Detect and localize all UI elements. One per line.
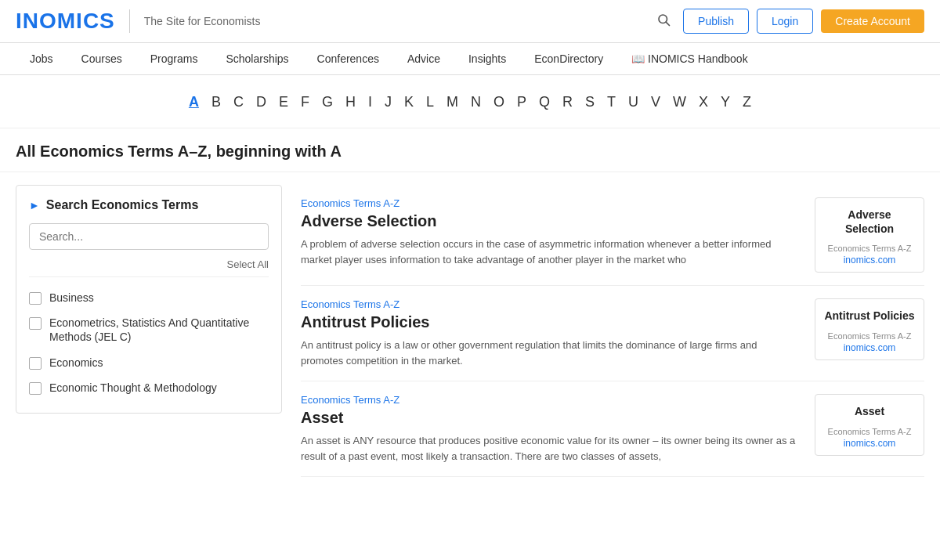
search-icon	[656, 13, 671, 27]
publish-button[interactable]: Publish	[683, 9, 749, 34]
logo[interactable]: INOMICS	[16, 9, 115, 34]
nav-item-insights[interactable]: Insights	[454, 43, 520, 74]
page-title: All Economics Terms A–Z, beginning with …	[16, 143, 924, 161]
alpha-letter-S[interactable]: S	[582, 92, 598, 112]
result-title[interactable]: Adverse Selection	[301, 212, 802, 230]
result-main: Economics Terms A-Z Adverse Selection A …	[301, 197, 802, 267]
alpha-letter-D[interactable]: D	[253, 92, 269, 112]
alpha-letter-N[interactable]: N	[468, 92, 484, 112]
svg-line-1	[666, 22, 669, 25]
filter-label: Business	[49, 291, 94, 305]
search-input[interactable]	[29, 223, 269, 250]
alpha-letter-T[interactable]: T	[604, 92, 619, 112]
alpha-letter-F[interactable]: F	[298, 92, 313, 112]
thumbnail-box: Antitrust Policies Economics Terms A-Z i…	[815, 298, 924, 359]
alpha-letter-E[interactable]: E	[276, 92, 291, 112]
result-thumbnail: Antitrust Policies Economics Terms A-Z i…	[815, 298, 924, 359]
alpha-letter-W[interactable]: W	[670, 92, 689, 112]
alphabet-letters: ABCDEFGHIJKLMNOPQRSTUVWXYZ	[186, 92, 754, 112]
result-category: Economics Terms A-Z	[301, 197, 802, 209]
thumbnail-source-label: Economics Terms A-Z	[823, 427, 916, 436]
select-all-row: Select All	[29, 258, 269, 270]
nav-item-conferences[interactable]: Conferences	[303, 43, 393, 74]
alpha-letter-U[interactable]: U	[625, 92, 642, 112]
thumbnail-title: Adverse Selection	[823, 208, 916, 236]
alphabet-section: ABCDEFGHIJKLMNOPQRSTUVWXYZ	[0, 75, 940, 128]
result-title[interactable]: Antitrust Policies	[301, 313, 802, 331]
result-card: Economics Terms A-Z Asset An asset is AN…	[301, 381, 924, 477]
thumbnail-box: Adverse Selection Economics Terms A-Z in…	[815, 197, 924, 273]
filter-item[interactable]: Economics	[29, 350, 269, 375]
alpha-letter-M[interactable]: M	[443, 92, 461, 112]
alpha-letter-X[interactable]: X	[696, 92, 711, 112]
alpha-letter-V[interactable]: V	[648, 92, 663, 112]
result-card: Economics Terms A-Z Antitrust Policies A…	[301, 286, 924, 381]
alpha-letter-B[interactable]: B	[208, 92, 224, 112]
alpha-letter-K[interactable]: K	[401, 92, 417, 112]
thumbnail-title: Asset	[823, 404, 916, 418]
filter-item[interactable]: Economic Thought & Methodology	[29, 375, 269, 400]
chevron-right-icon: ►	[29, 199, 40, 211]
nav-item-jobs[interactable]: Jobs	[16, 43, 67, 74]
sidebar: ► Search Economics Terms Select All Busi…	[16, 185, 282, 414]
thumbnail-source-link[interactable]: inomics.com	[823, 438, 916, 449]
nav-item-programs[interactable]: Programs	[136, 43, 212, 74]
alpha-letter-I[interactable]: I	[365, 92, 375, 112]
filter-checkbox[interactable]	[29, 292, 42, 305]
alpha-letter-Z[interactable]: Z	[739, 92, 754, 112]
filter-label: Economics	[49, 356, 103, 370]
filter-checkbox[interactable]	[29, 357, 42, 370]
alpha-letter-Y[interactable]: Y	[718, 92, 733, 112]
login-button[interactable]: Login	[757, 9, 813, 34]
select-all-link[interactable]: Select All	[227, 258, 269, 270]
thumbnail-source-link[interactable]: inomics.com	[823, 342, 916, 353]
alpha-letter-H[interactable]: H	[342, 92, 359, 112]
filter-list: Business Econometrics, Statistics And Qu…	[29, 285, 269, 400]
result-main: Economics Terms A-Z Antitrust Policies A…	[301, 298, 802, 368]
main-nav: JobsCoursesProgramsScholarshipsConferenc…	[0, 43, 940, 75]
alpha-letter-O[interactable]: O	[490, 92, 508, 112]
thumbnail-title: Antitrust Policies	[823, 309, 916, 323]
result-description: An asset is ANY resource that produces p…	[301, 433, 802, 464]
filter-checkbox[interactable]	[29, 382, 42, 395]
result-title[interactable]: Asset	[301, 409, 802, 427]
alpha-letter-R[interactable]: R	[559, 92, 576, 112]
nav-item-scholarships[interactable]: Scholarships	[212, 43, 302, 74]
alpha-letter-A[interactable]: A	[186, 92, 202, 112]
alpha-letter-G[interactable]: G	[319, 92, 336, 112]
tagline: The Site for Economists	[144, 15, 261, 27]
search-button[interactable]	[652, 8, 675, 35]
nav-item-econdirectory[interactable]: EconDirectory	[520, 43, 617, 74]
result-card: Economics Terms A-Z Adverse Selection A …	[301, 185, 924, 286]
nav-item-courses[interactable]: Courses	[67, 43, 136, 74]
result-category: Economics Terms A-Z	[301, 394, 802, 406]
result-main: Economics Terms A-Z Asset An asset is AN…	[301, 394, 802, 464]
nav-item-advice[interactable]: Advice	[393, 43, 454, 74]
result-thumbnail: Adverse Selection Economics Terms A-Z in…	[815, 197, 924, 273]
alpha-letter-P[interactable]: P	[514, 92, 530, 112]
page-title-section: All Economics Terms A–Z, beginning with …	[0, 128, 940, 172]
filter-checkbox[interactable]	[29, 317, 42, 330]
thumbnail-box: Asset Economics Terms A-Z inomics.com	[815, 394, 924, 455]
sidebar-title-row[interactable]: ► Search Economics Terms	[29, 198, 269, 212]
filter-divider	[29, 276, 269, 277]
sidebar-title: Search Economics Terms	[46, 198, 198, 212]
main-content: ► Search Economics Terms Select All Busi…	[0, 172, 940, 490]
alpha-letter-L[interactable]: L	[423, 92, 437, 112]
result-thumbnail: Asset Economics Terms A-Z inomics.com	[815, 394, 924, 455]
header-divider	[129, 9, 130, 33]
result-description: A problem of adverse selection occurs in…	[301, 237, 802, 267]
header: INOMICS The Site for Economists Publish …	[0, 0, 940, 43]
filter-item[interactable]: Econometrics, Statistics And Quantitativ…	[29, 310, 269, 349]
thumbnail-source-label: Economics Terms A-Z	[823, 331, 916, 341]
alpha-letter-C[interactable]: C	[230, 92, 247, 112]
alpha-letter-Q[interactable]: Q	[536, 92, 553, 112]
create-account-button[interactable]: Create Account	[821, 9, 924, 33]
nav-item-handbook[interactable]: 📖 INOMICS Handbook	[617, 43, 762, 74]
alpha-letter-J[interactable]: J	[381, 92, 395, 112]
thumbnail-source-link[interactable]: inomics.com	[823, 255, 916, 266]
filter-label: Econometrics, Statistics And Quantitativ…	[49, 316, 269, 344]
filter-item[interactable]: Business	[29, 285, 269, 310]
result-category: Economics Terms A-Z	[301, 298, 802, 310]
thumbnail-source-label: Economics Terms A-Z	[823, 244, 916, 253]
